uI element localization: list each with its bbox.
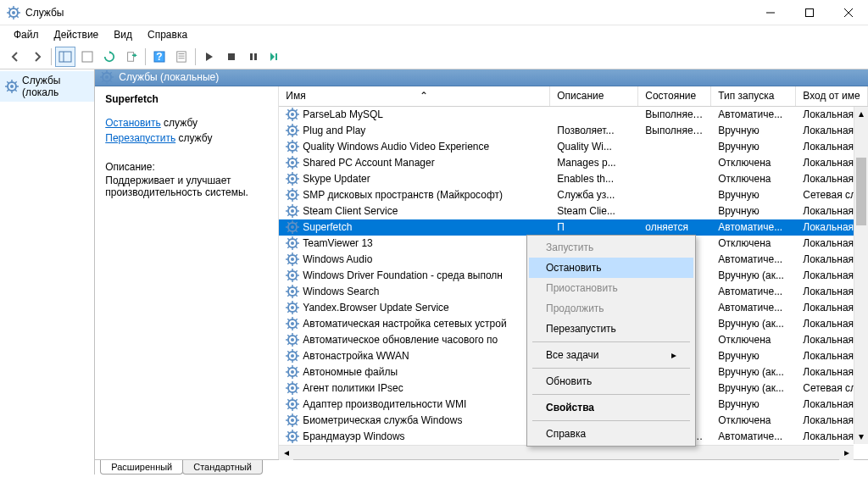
- menu-action[interactable]: Действие: [47, 26, 106, 43]
- service-name-cell: Windows Audio: [303, 253, 372, 265]
- service-icon: [286, 349, 299, 363]
- properties-button[interactable]: [171, 47, 192, 67]
- tab-extended[interactable]: Расширенный: [100, 460, 183, 475]
- ctx-refresh[interactable]: Обновить: [529, 371, 693, 391]
- scroll-up-button[interactable]: ▴: [854, 107, 868, 121]
- service-row[interactable]: Plug and PlayПозволяет...ВыполняетсяВруч…: [279, 123, 868, 139]
- ctx-all-tasks[interactable]: Все задачи▸: [529, 345, 693, 365]
- stop-link[interactable]: Остановить: [105, 117, 161, 129]
- title-bar: Службы: [0, 0, 868, 25]
- ctx-separator: [532, 341, 690, 342]
- scroll-right-button[interactable]: ▸: [839, 446, 854, 460]
- service-start-cell: Вручную: [711, 398, 796, 410]
- service-start-cell: Вручную (ак...: [711, 382, 796, 394]
- service-row[interactable]: Steam Client ServiceSteam Clie...Вручную…: [279, 203, 868, 219]
- service-state-cell: Выполняется: [638, 125, 711, 136]
- list-header: Имя⌃ Описание Состояние Тип запуска Вход…: [279, 86, 868, 107]
- col-name[interactable]: Имя⌃: [279, 86, 550, 106]
- service-icon: [286, 108, 299, 121]
- service-start-cell: Автоматиче...: [711, 302, 796, 314]
- app-icon: [7, 6, 20, 19]
- service-row[interactable]: Skype UpdaterEnables th...ОтключенаЛокал…: [279, 171, 868, 187]
- service-start-cell: Автоматиче...: [711, 286, 796, 297]
- refresh2-button[interactable]: [99, 47, 120, 67]
- start-service-button[interactable]: [199, 47, 220, 67]
- tree-root-item[interactable]: Службы (локаль: [0, 71, 94, 102]
- service-start-cell: Вручную: [711, 125, 796, 136]
- service-start-cell: Вручную (ак...: [711, 269, 796, 281]
- export-button[interactable]: [121, 47, 142, 67]
- service-desc-cell: Enables th...: [550, 173, 638, 185]
- restart-service-button[interactable]: [265, 47, 286, 67]
- context-menu: Запустить Остановить Приостановить Продо…: [526, 235, 696, 447]
- forward-button[interactable]: [27, 47, 47, 67]
- service-row[interactable]: Shared PC Account ManagerManages p...Отк…: [279, 155, 868, 171]
- stop-service-button[interactable]: [221, 47, 242, 67]
- service-start-cell: Автоматиче...: [711, 108, 796, 120]
- ctx-help[interactable]: Справка: [529, 424, 693, 444]
- vertical-scrollbar[interactable]: ▴ ▾: [854, 107, 868, 444]
- ctx-start[interactable]: Запустить: [529, 237, 693, 258]
- service-row[interactable]: SuperfetchПолняетсяАвтоматиче...Локальна…: [279, 219, 868, 236]
- scroll-left-button[interactable]: ◂: [279, 446, 293, 460]
- window-controls: [751, 0, 868, 25]
- service-desc-cell: Manages p...: [550, 157, 638, 169]
- service-start-cell: Отключена: [711, 334, 796, 346]
- svg-rect-16: [82, 52, 92, 62]
- service-icon: [286, 430, 299, 443]
- svg-rect-26: [254, 53, 257, 60]
- tree-panel: Службы (локаль: [0, 69, 95, 475]
- menu-view[interactable]: Вид: [107, 26, 139, 43]
- minimize-button[interactable]: [751, 0, 790, 25]
- ctx-resume[interactable]: Продолжить: [529, 298, 693, 319]
- service-start-cell: Отключена: [711, 157, 796, 169]
- refresh-button[interactable]: [77, 47, 97, 67]
- tab-standard[interactable]: Стандартный: [182, 460, 263, 475]
- service-start-cell: Вручную: [711, 141, 796, 153]
- service-icon: [286, 236, 299, 250]
- service-icon: [286, 156, 299, 169]
- service-start-cell: Вручную (ак...: [711, 318, 796, 330]
- service-row[interactable]: Quality Windows Audio Video ExperienceQu…: [279, 139, 868, 155]
- service-desc-cell: Quality Wi...: [550, 141, 638, 153]
- col-start[interactable]: Тип запуска: [711, 86, 796, 106]
- service-icon: [286, 333, 299, 347]
- service-name-cell: Агент политики IPsec: [303, 382, 403, 394]
- service-icon: [286, 365, 299, 379]
- ctx-properties[interactable]: Свойства: [529, 397, 693, 418]
- maximize-button[interactable]: [790, 0, 829, 25]
- ctx-stop[interactable]: Остановить: [529, 258, 693, 278]
- service-row[interactable]: SMP дисковых пространств (Майкрософт)Слу…: [279, 187, 868, 203]
- tabs-bar: Расширенный Стандартный: [95, 459, 868, 475]
- service-name-cell: Steam Client Service: [303, 205, 398, 217]
- close-button[interactable]: [829, 0, 868, 25]
- menu-help[interactable]: Справка: [141, 26, 194, 43]
- ctx-pause[interactable]: Приостановить: [529, 278, 693, 298]
- service-row[interactable]: ParseLab MySQLВыполняетсяАвтоматиче...Ло…: [279, 107, 868, 123]
- service-icon: [286, 317, 299, 330]
- scroll-thumb[interactable]: [856, 158, 866, 225]
- view-split-button[interactable]: [55, 47, 75, 67]
- service-name-cell: Брандмауэр Windows: [303, 430, 404, 442]
- ctx-separator: [532, 420, 690, 421]
- col-logon[interactable]: Вход от име: [796, 86, 868, 106]
- pause-service-button[interactable]: [243, 47, 264, 67]
- service-icon: [286, 397, 299, 411]
- col-desc[interactable]: Описание: [550, 86, 638, 106]
- submenu-arrow-icon: ▸: [671, 349, 676, 361]
- toolbar: ?: [0, 44, 868, 69]
- detail-pane: Superfetch Остановить службу Перезапусти…: [95, 86, 278, 459]
- selected-service-name: Superfetch: [105, 93, 268, 105]
- restart-link[interactable]: Перезапустить: [105, 132, 175, 144]
- col-state[interactable]: Состояние: [638, 86, 711, 106]
- ctx-restart[interactable]: Перезапустить: [529, 319, 693, 339]
- help-button[interactable]: ?: [149, 47, 170, 67]
- service-start-cell: Отключена: [711, 173, 796, 185]
- menu-file[interactable]: Файл: [7, 26, 46, 43]
- scroll-down-button[interactable]: ▾: [854, 430, 868, 444]
- horizontal-scrollbar[interactable]: ◂ ▸: [279, 445, 854, 459]
- back-button[interactable]: [5, 47, 25, 67]
- service-start-cell: Автоматиче...: [711, 221, 796, 233]
- service-icon: [286, 285, 299, 298]
- service-name-cell: SMP дисковых пространств (Майкрософт): [303, 189, 503, 201]
